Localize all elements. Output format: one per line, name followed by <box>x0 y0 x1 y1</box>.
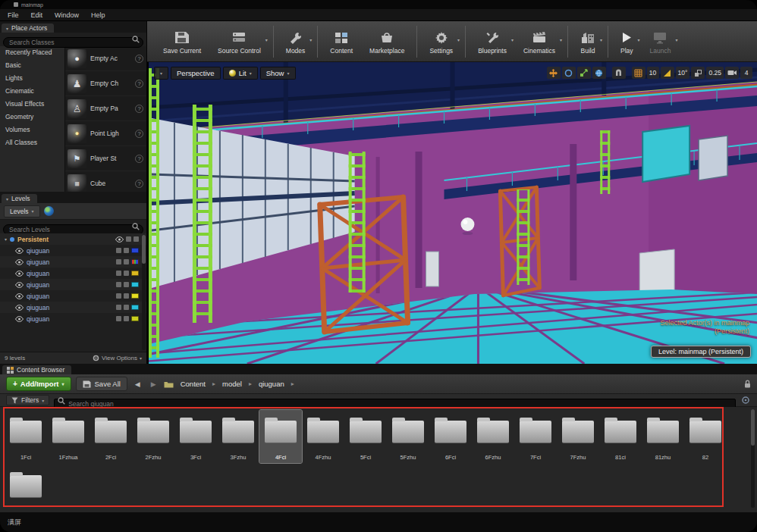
lock-icon[interactable] <box>116 305 121 310</box>
level-color-chip[interactable] <box>131 259 139 264</box>
search-classes-input[interactable] <box>3 37 143 48</box>
eye-icon[interactable] <box>15 293 24 299</box>
save-icon[interactable] <box>124 305 129 310</box>
folder-item[interactable]: 6Fci <box>429 410 472 463</box>
folder-item[interactable]: 1Fzhua <box>47 410 90 463</box>
folder-item[interactable]: 1Fci <box>5 410 47 463</box>
menu-edit[interactable]: Edit <box>25 10 49 20</box>
level-row[interactable]: qiuguan <box>0 313 146 324</box>
category-all-classes[interactable]: All Classes <box>0 136 64 149</box>
folder-item[interactable]: 5Fci <box>344 410 387 463</box>
view-settings-icon[interactable] <box>740 396 751 405</box>
help-icon[interactable]: ? <box>135 105 143 113</box>
help-icon[interactable]: ? <box>135 180 143 188</box>
level-row[interactable]: qiuguan <box>0 302 146 313</box>
help-icon[interactable]: ? <box>135 55 143 63</box>
category-visual-effects[interactable]: Visual Effects <box>0 98 64 111</box>
level-row[interactable]: qiuguan <box>0 268 146 279</box>
lock-icon[interactable] <box>116 271 121 276</box>
folder-item[interactable] <box>5 465 47 512</box>
filters-button[interactable]: Filters ▾ <box>6 395 49 405</box>
category-volumes[interactable]: Volumes <box>0 124 64 136</box>
save-current-button[interactable]: Save Current <box>155 27 209 56</box>
launch-button[interactable]: Launch ▾ <box>642 27 680 56</box>
lock-icon[interactable] <box>116 316 121 321</box>
help-icon[interactable]: ? <box>135 80 143 88</box>
help-icon[interactable]: ? <box>135 130 143 138</box>
save-icon[interactable] <box>133 236 139 242</box>
world-coordinate-icon[interactable] <box>592 67 606 79</box>
lock-icon[interactable] <box>126 236 131 242</box>
folder-item[interactable]: 3Fci <box>174 410 217 463</box>
eye-icon[interactable] <box>15 305 24 311</box>
folder-item[interactable]: 6Fzhu <box>472 410 514 463</box>
eye-icon[interactable] <box>15 316 24 322</box>
breadcrumb-model[interactable]: model <box>220 378 244 390</box>
eye-icon[interactable] <box>115 236 124 243</box>
view-options-button[interactable]: View Options ▾ <box>93 355 142 361</box>
lock-icon[interactable] <box>116 259 121 264</box>
surface-snap-icon[interactable] <box>612 67 626 79</box>
move-tool-icon[interactable] <box>547 67 561 79</box>
save-icon[interactable] <box>124 282 129 287</box>
level-badge[interactable]: Level: mainmap (Persistent) <box>651 346 751 358</box>
level-row-persistent[interactable]: ▾ Persistent <box>0 233 146 245</box>
scale-snap-value[interactable]: 0.25 <box>706 67 724 79</box>
level-color-chip[interactable] <box>131 305 139 310</box>
camera-speed-icon[interactable] <box>725 67 739 79</box>
levels-scrollbar[interactable] <box>142 235 146 350</box>
actor-item-point-light[interactable]: Point Ligh ? <box>65 121 146 146</box>
folder-item[interactable]: 81ci <box>599 410 642 463</box>
level-color-chip[interactable] <box>131 248 139 253</box>
levels-tab[interactable]: ▾ Levels <box>2 194 37 203</box>
breadcrumb-qiuguan[interactable]: qiuguan <box>256 378 287 390</box>
place-actors-tab[interactable]: ▾ Place Actors <box>2 23 54 33</box>
perspective-button[interactable]: Perspective <box>171 67 221 80</box>
level-color-chip[interactable] <box>131 316 139 321</box>
rotate-tool-icon[interactable] <box>562 67 576 79</box>
level-color-chip[interactable] <box>131 293 139 299</box>
save-icon[interactable] <box>124 259 129 264</box>
back-button[interactable]: ◀ <box>132 379 143 390</box>
folder-item[interactable]: 4Fzhu <box>302 410 344 463</box>
assets-scrollbar[interactable] <box>751 409 755 508</box>
actor-item-empty-character[interactable]: Empty Ch ? <box>65 71 146 96</box>
rotation-snap-icon[interactable] <box>661 67 674 79</box>
world-icon[interactable] <box>44 206 54 216</box>
category-geometry[interactable]: Geometry <box>0 111 64 124</box>
save-all-button[interactable]: Save All <box>76 377 127 391</box>
menu-help[interactable]: Help <box>85 10 112 20</box>
level-row[interactable]: qiuguan <box>0 256 146 268</box>
save-icon[interactable] <box>124 316 129 321</box>
actor-item-player-start[interactable]: Player St ? <box>65 146 146 171</box>
build-button[interactable]: Build ▾ <box>572 27 604 56</box>
eye-icon[interactable] <box>15 248 24 254</box>
category-basic[interactable]: Basic <box>0 59 64 72</box>
levels-dropdown[interactable]: Levels ▾ <box>4 205 40 217</box>
marketplace-button[interactable]: Marketplace <box>361 27 413 56</box>
camera-speed-value[interactable]: 4 <box>740 67 752 79</box>
scale-tool-icon[interactable] <box>577 67 591 79</box>
category-recently-placed[interactable]: Recently Placed <box>0 46 64 59</box>
play-button[interactable]: Play ▾ <box>612 27 642 56</box>
modes-button[interactable]: Modes ▾ <box>278 27 314 56</box>
content-button[interactable]: Content <box>322 27 361 56</box>
folder-item[interactable]: 7Fci <box>514 410 557 463</box>
folder-item-selected[interactable]: 4Fci <box>259 410 302 463</box>
save-icon[interactable] <box>124 248 129 253</box>
add-import-button[interactable]: + Add/Import ▾ <box>6 377 71 391</box>
eye-icon[interactable] <box>15 282 24 288</box>
level-color-chip[interactable] <box>131 271 139 276</box>
source-control-button[interactable]: Source Control ▾ <box>209 27 269 56</box>
category-lights[interactable]: Lights <box>0 72 64 85</box>
folder-item[interactable]: 7Fzhu <box>557 410 599 463</box>
level-color-chip[interactable] <box>131 282 139 287</box>
blueprints-button[interactable]: Blueprints ▾ <box>470 27 515 56</box>
folder-item[interactable]: 5Fzhu <box>387 410 429 463</box>
lock-icon[interactable] <box>116 293 121 299</box>
scale-snap-icon[interactable] <box>691 67 705 79</box>
help-icon[interactable]: ? <box>135 155 143 163</box>
menu-file[interactable]: File <box>2 10 25 20</box>
rotation-snap-value[interactable]: 10° <box>676 67 690 79</box>
folder-item[interactable]: 81zhu <box>642 410 684 463</box>
